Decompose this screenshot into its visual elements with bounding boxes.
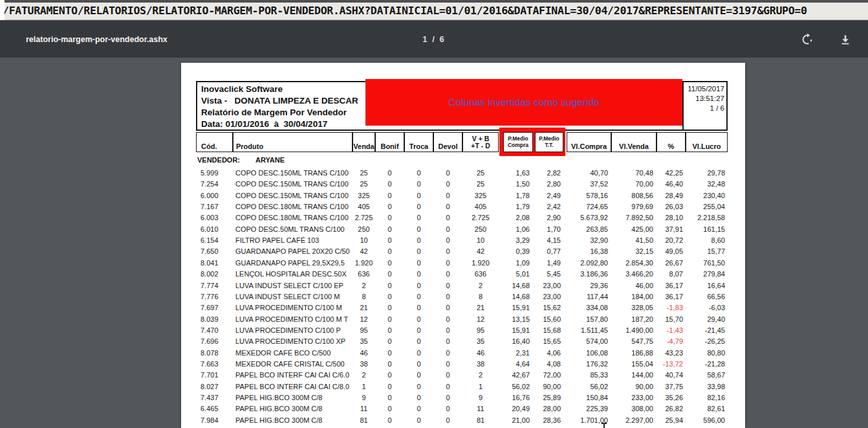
cell: 636 (353, 269, 375, 280)
cell: 3.186,36 (567, 269, 611, 280)
cell: 0 (375, 325, 404, 336)
cell: 40,74 (656, 370, 686, 381)
cell: -1,43 (656, 325, 686, 336)
column-header: Venda (353, 132, 375, 152)
cell: 42 (353, 246, 375, 257)
cell: 0 (404, 348, 433, 359)
cell: 0 (375, 190, 404, 201)
cell: 0 (404, 392, 433, 403)
cell: 5.999 (196, 168, 233, 179)
cell: 250 (353, 224, 375, 235)
cell: 38 (462, 359, 499, 370)
cell: 95 (462, 325, 499, 336)
cell: 2 (353, 280, 375, 291)
cell: 3,29 (503, 235, 533, 246)
cell: 1.490,00 (611, 325, 656, 336)
cell: 0 (404, 190, 433, 201)
pdf-viewer-background: Inovaclick SoftwareVista - DONATA LIMPEZ… (0, 58, 868, 428)
cell: 80,80 (686, 348, 728, 359)
cell: 250 (462, 224, 499, 235)
cell: 7.892,50 (611, 212, 656, 223)
cell: 0 (404, 291, 433, 302)
cell: 0 (433, 280, 462, 291)
cell: COPO DESC.150ML TRANS C/100 (233, 179, 353, 190)
table-row: 6.465PAPEL HIG.BCO 300M C/8110001120,492… (181, 403, 745, 414)
cell: 0 (404, 212, 433, 223)
vendor-label: VENDEDOR: (197, 156, 240, 164)
rotate-button[interactable] (796, 28, 818, 51)
column-header: Produto (233, 132, 353, 152)
cell: 13,15 (503, 314, 533, 325)
cell: COPO DESC.50ML TRANS C/100 (233, 224, 353, 235)
cell: 26,82 (656, 403, 686, 414)
cell: 0 (375, 415, 404, 426)
cell: 6.465 (196, 403, 233, 414)
cell: 90,00 (611, 381, 656, 392)
cell: 325 (353, 190, 375, 201)
cell: 23,00 (535, 280, 563, 291)
cell: 12 (353, 314, 375, 325)
cell: 279,84 (686, 269, 728, 280)
cell: 58,67 (686, 370, 728, 381)
cell: 8.078 (196, 348, 233, 359)
column-header: Troca (404, 132, 433, 152)
cell: 0 (404, 302, 433, 313)
table-row: 7.663MEXEDOR CAFÉ CRISTAL C/50038000384,… (181, 359, 745, 370)
cell: 7.650 (196, 246, 233, 257)
cell: 0 (404, 415, 433, 426)
download-button[interactable] (834, 28, 856, 51)
cell: LENÇOL HOSPITALAR DESC.50X (233, 269, 353, 280)
cell: 0 (404, 235, 433, 246)
table-row: 6.003COPO DESC.180ML TRANS C/1002.725000… (181, 212, 745, 223)
cell: 0 (433, 246, 462, 257)
column-header: % (656, 132, 686, 152)
cell: 25,89 (535, 392, 563, 403)
cell: 0 (433, 370, 462, 381)
column-header: V + B+T - D (462, 132, 499, 152)
cell: 578,16 (567, 190, 611, 201)
cell: 6.010 (196, 224, 233, 235)
url-text[interactable]: /FATURAMENTO/RELATORIOS/RELATORIO-MARGEM… (3, 5, 807, 17)
cell: 0 (433, 224, 462, 235)
cell: 7.167 (196, 201, 233, 212)
cell: 0 (433, 348, 462, 359)
cell: 405 (353, 201, 375, 212)
cell: 0 (375, 258, 404, 269)
table-row: 7.697LUVA PROCEDIMENTO C/100 M210002115,… (181, 302, 745, 313)
cell: 5,45 (535, 269, 563, 280)
cell: 2.092,80 (567, 258, 611, 269)
cell: 547,75 (611, 336, 656, 347)
cell: 85,33 (567, 370, 611, 381)
cell: 186,88 (611, 348, 656, 359)
cell: 0 (404, 258, 433, 269)
table-row: 6.154FILTRO PAPEL CAFÉ 10310000103,294,1… (181, 235, 745, 246)
cell: 0 (375, 291, 404, 302)
cell: 0 (433, 269, 462, 280)
cell: 0 (433, 359, 462, 370)
cell: 1,09 (503, 258, 533, 269)
cell: 150,84 (567, 392, 611, 403)
report-header-text: Inovaclick SoftwareVista - DONATA LIMPEZ… (201, 84, 358, 130)
cell: MEXEDOR CAFÉ CRISTAL C/500 (233, 359, 353, 370)
cell: 0 (404, 224, 433, 235)
cell: 0 (433, 415, 462, 426)
cell: PAPEL HIG.BCO 300M C/8 (233, 392, 353, 403)
cell: 1,70 (535, 224, 563, 235)
cell: 0 (404, 269, 433, 280)
table-row: 7.437PAPEL HIG.BCO 300M C/89000916,7625,… (181, 392, 745, 403)
annotation-text: Colunas invertidas como sugerido (448, 96, 599, 108)
cell: 0 (375, 224, 404, 235)
table-row: 8.041GUARDANAPO PAPEL 29,5X29,51.9200001… (181, 258, 745, 269)
table-row: 5.999COPO DESC.150ML TRANS C/10025000251… (181, 168, 745, 179)
cell: 46,00 (611, 280, 656, 291)
cell: 1,63 (503, 168, 533, 179)
cell: 7.254 (196, 179, 233, 190)
cell: 2.854,30 (611, 258, 656, 269)
column-header: P.MedioT.T. (535, 132, 563, 152)
cell: 81 (462, 415, 499, 426)
cell: 2,80 (535, 179, 563, 190)
address-bar[interactable]: /FATURAMENTO/RELATORIOS/RELATORIO-MARGEM… (0, 3, 868, 20)
company-name: Inovaclick Software (201, 84, 283, 94)
cell: 46 (462, 348, 499, 359)
cell: 0 (375, 370, 404, 381)
